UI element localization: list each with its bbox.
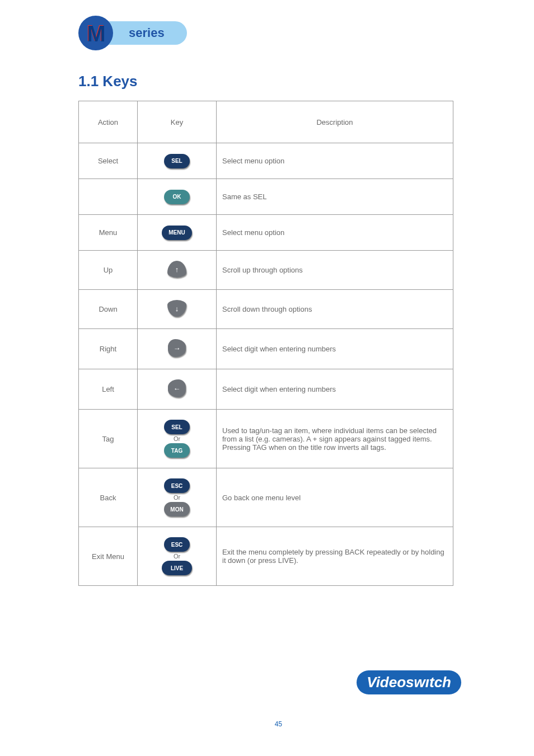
- cell-action: Back: [79, 468, 138, 527]
- table-row: TagSELOrTAGUsed to tag/un-tag an item, w…: [79, 410, 453, 468]
- esc-key: ESC: [164, 478, 190, 493]
- keys-table: Action Key Description SelectSELSelect m…: [78, 101, 453, 586]
- cell-desc: Used to tag/un-tag an item, where indivi…: [217, 410, 453, 468]
- arrow-right-icon: →: [168, 339, 186, 357]
- cell-desc: Select digit when entering numbers: [217, 369, 453, 410]
- cell-action: Left: [79, 369, 138, 410]
- table-row: Left←Select digit when entering numbers: [79, 369, 453, 410]
- table-row: BackESCOrMONGo back one menu level: [79, 468, 453, 527]
- esc-key: ESC: [164, 537, 190, 552]
- cell-key: ↓: [138, 290, 217, 329]
- page-number: 45: [275, 720, 282, 728]
- mon-key: MON: [164, 502, 190, 516]
- cell-key: OK: [138, 179, 217, 215]
- table-row: Right→Select digit when entering numbers: [79, 329, 453, 369]
- cell-key: SEL: [138, 143, 217, 179]
- or-label: Or: [174, 494, 180, 501]
- cell-desc: Scroll down through options: [217, 290, 453, 329]
- cell-key: ↑: [138, 251, 217, 290]
- cell-action: [79, 179, 138, 215]
- cell-key: ESCOrLIVE: [138, 527, 217, 586]
- ok-key: OK: [164, 190, 190, 204]
- table-row: SelectSELSelect menu option: [79, 143, 453, 179]
- cell-desc: Select digit when entering numbers: [217, 329, 453, 369]
- arrow-left-icon: ←: [168, 379, 186, 397]
- sel-key: SEL: [164, 154, 190, 168]
- section-heading: 1.1 Keys: [78, 73, 138, 90]
- brand-logo: MM series: [78, 16, 190, 50]
- cell-action: Menu: [79, 215, 138, 251]
- cell-action: Down: [79, 290, 138, 329]
- cell-key: ESCOrMON: [138, 468, 217, 527]
- cell-action: Tag: [79, 410, 138, 468]
- menu-key: MENU: [162, 226, 192, 240]
- cell-action: Exit Menu: [79, 527, 138, 586]
- cell-key: SELOrTAG: [138, 410, 217, 468]
- table-row: Exit MenuESCOrLIVEExit the menu complete…: [79, 527, 453, 586]
- cell-desc: Scroll up through options: [217, 251, 453, 290]
- cell-key: ←: [138, 369, 217, 410]
- table-row: MenuMENUSelect menu option: [79, 215, 453, 251]
- table-row: OKSame as SEL: [79, 179, 453, 215]
- table-row: Down↓Scroll down through options: [79, 290, 453, 329]
- cell-key: →: [138, 329, 217, 369]
- th-action: Action: [79, 101, 138, 143]
- cell-action: Up: [79, 251, 138, 290]
- cell-desc: Select menu option: [217, 143, 453, 179]
- live-key: LIVE: [162, 561, 192, 575]
- or-label: Or: [174, 553, 180, 560]
- arrow-down-icon: ↓: [167, 300, 186, 317]
- arrow-up-icon: ↑: [167, 261, 186, 278]
- cell-key: MENU: [138, 215, 217, 251]
- th-desc: Description: [217, 101, 453, 143]
- cell-action: Right: [79, 329, 138, 369]
- logo-series-text: series: [129, 26, 165, 40]
- cell-action: Select: [79, 143, 138, 179]
- or-label: Or: [174, 435, 180, 442]
- cell-desc: Go back one menu level: [217, 468, 453, 527]
- sel-key: SEL: [164, 420, 190, 434]
- footer-brand: Videoswıtch: [357, 670, 461, 694]
- th-key: Key: [138, 101, 217, 143]
- tag-key: TAG: [164, 443, 190, 458]
- cell-desc: Same as SEL: [217, 179, 453, 215]
- cell-desc: Select menu option: [217, 215, 453, 251]
- cell-desc: Exit the menu completely by pressing BAC…: [217, 527, 453, 586]
- table-row: Up↑Scroll up through options: [79, 251, 453, 290]
